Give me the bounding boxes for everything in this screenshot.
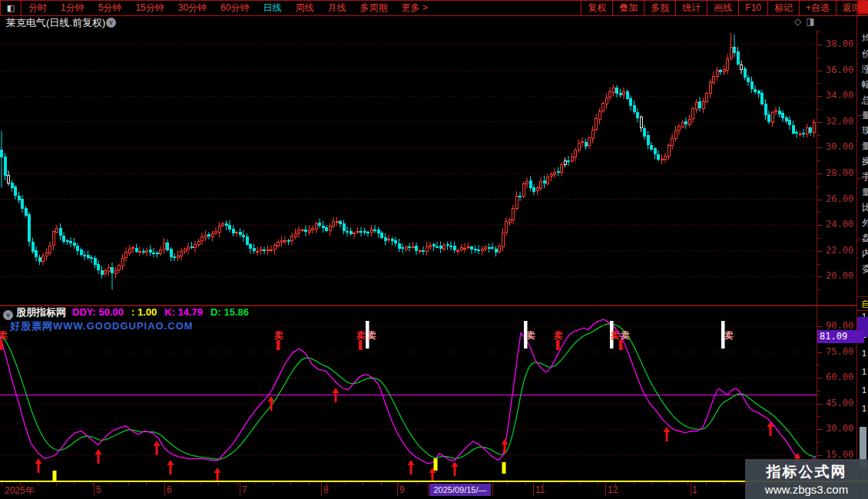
timeline-divider xyxy=(164,483,165,496)
timeline-minor-tick xyxy=(92,483,93,486)
timeline-month-label[interactable]: 8 xyxy=(323,484,329,495)
period-tab-60分钟[interactable]: 60分钟 xyxy=(214,1,256,15)
timeline-minor-tick xyxy=(670,483,671,486)
timeline-minor-tick xyxy=(290,483,291,486)
axis-tick-label: 30.00 xyxy=(826,141,853,152)
timeline-minor-tick xyxy=(381,483,382,486)
toolbar-button-叠加[interactable]: 叠加 xyxy=(612,1,644,15)
axis-minor-tick xyxy=(817,58,820,58)
timeline-axis[interactable]: 2025年56789111212025/09/15/— xyxy=(0,483,868,499)
axis-tick-label: 22.00 xyxy=(826,245,853,256)
period-tab-5分钟[interactable]: 5分钟 xyxy=(91,1,129,15)
timeline-month-label[interactable]: 6 xyxy=(167,484,172,495)
axis-tick xyxy=(817,200,822,200)
timeline-minor-tick xyxy=(200,483,201,486)
timeline-divider xyxy=(94,483,94,496)
timeline-month-label[interactable]: 7 xyxy=(242,484,247,495)
timeline-month-label[interactable]: 11 xyxy=(535,484,545,495)
toolbar-button-统计[interactable]: 统计 xyxy=(675,1,707,15)
strip-glyph: 均 xyxy=(862,32,868,45)
period-tab-15分钟[interactable]: 15分钟 xyxy=(128,1,171,15)
axis-tick xyxy=(817,122,822,123)
strip-digit: 1 xyxy=(862,404,866,413)
timeline-minor-tick xyxy=(254,483,255,486)
axis-tick-label: 38.00 xyxy=(826,38,853,49)
toolbar-button-多股[interactable]: 多股 xyxy=(644,1,675,15)
strip-glyph: 量 xyxy=(862,109,868,122)
timeline-month-label[interactable]: 1 xyxy=(692,484,697,495)
strip-glyph: 总 xyxy=(862,94,868,107)
timeline-year-label: 2025年 xyxy=(5,484,35,497)
timeline-minor-tick xyxy=(345,483,346,486)
strip-glyph: 盘 xyxy=(862,232,868,245)
strip-glyph: 比 xyxy=(862,201,868,214)
axis-tick xyxy=(817,45,822,45)
axis-tick xyxy=(817,276,822,277)
toolbar-button-+自选[interactable]: +自选 xyxy=(799,1,836,15)
strip-glyph: 价 xyxy=(862,48,868,61)
toolbar-button-复权[interactable]: 复权 xyxy=(581,1,612,15)
timeline-month-label[interactable]: 5 xyxy=(96,484,101,495)
period-tab-日线[interactable]: 日线 xyxy=(256,1,288,15)
strip-glyph: 内 xyxy=(862,247,868,260)
axis-tick xyxy=(817,96,822,97)
sell-signal-label: 卖 xyxy=(620,330,630,341)
toolbar-button-画线[interactable]: 画线 xyxy=(707,1,738,15)
toolbar-button-F10[interactable]: F10 xyxy=(738,1,767,15)
right-side-strip[interactable]: 均价涨幅总量现量换手量比外盘内委自111111 xyxy=(856,0,868,499)
candlestick-chart[interactable] xyxy=(0,30,817,305)
indicator-values: DDY: 50.00: 1.00K: 14.79D: 15.86 xyxy=(72,306,257,318)
timeline-divider xyxy=(240,483,240,496)
strip-digit: 1 xyxy=(862,385,866,395)
toolbar-actions: 复权叠加多股统计画线F10标记+自选返回 xyxy=(581,1,867,15)
toolbar-button-标记[interactable]: 标记 xyxy=(767,1,799,15)
axis-tick-label: 26.00 xyxy=(826,193,853,204)
period-tab-1分钟[interactable]: 1分钟 xyxy=(54,1,91,15)
period-tab-周线[interactable]: 周线 xyxy=(288,1,320,15)
sell-signal-label: 卖 xyxy=(724,330,734,341)
window-panel-icon[interactable]: ◧ xyxy=(1,1,22,15)
axis-tick xyxy=(817,251,822,252)
axis-tick xyxy=(817,225,822,226)
timeline-minor-tick xyxy=(742,483,743,486)
chevron-down-icon[interactable]: ∨ xyxy=(106,18,116,28)
axis-tick-label: 28.00 xyxy=(826,167,853,178)
axis-tick-label: 36.00 xyxy=(826,64,853,75)
timeline-minor-tick xyxy=(706,483,707,486)
title-bar: 莱克电气(日线.前复权)∨ ◇◨ xyxy=(0,15,856,29)
strip-glyph: 现 xyxy=(862,124,868,137)
period-tab-分时[interactable]: 分时 xyxy=(22,1,54,15)
half-panel-icon[interactable]: ◨ xyxy=(806,16,819,27)
chevron-down-icon[interactable]: ∨ xyxy=(3,310,13,320)
axis-minor-tick xyxy=(817,289,820,290)
strip-glyph: 涨 xyxy=(862,63,868,76)
axis-minor-tick xyxy=(817,31,820,32)
stock-title: 莱克电气(日线.前复权) xyxy=(6,16,105,30)
diamond-icon[interactable]: ◇ xyxy=(794,16,806,27)
strip-glyph: 手 xyxy=(862,170,868,183)
period-tab-30分钟[interactable]: 30分钟 xyxy=(171,1,214,15)
timeline-month-label[interactable]: 12 xyxy=(608,484,618,495)
period-tab-月线[interactable]: 月线 xyxy=(320,1,353,15)
indicator-chart[interactable]: 卖卖卖卖卖卖卖卖卖 xyxy=(0,306,856,482)
timeline-divider xyxy=(533,483,534,496)
axis-minor-tick xyxy=(817,187,820,187)
axis-minor-tick xyxy=(817,238,820,239)
indicator-name[interactable]: 股朋指标网 xyxy=(16,306,66,318)
timeline-minor-tick xyxy=(309,483,310,486)
timeline-divider xyxy=(428,483,429,496)
timeline-minor-tick xyxy=(687,483,688,486)
sell-signal-label: 卖 xyxy=(525,330,535,341)
period-tab-更多 >[interactable]: 更多 > xyxy=(394,1,434,15)
timeline-minor-tick xyxy=(562,483,562,486)
axis-tick xyxy=(817,71,822,71)
strip-glyph: 量 xyxy=(862,186,868,199)
indicator-value-token: K: 14.79 xyxy=(164,306,203,318)
indicator-header: ∨股朋指标网DDY: 50.00: 1.00K: 14.79D: 15.86 xyxy=(2,306,257,317)
sell-signal-label: 卖 xyxy=(366,330,376,341)
axis-tick xyxy=(817,147,822,148)
axis-minor-tick xyxy=(817,212,820,213)
period-tab-多周期[interactable]: 多周期 xyxy=(353,1,394,15)
timeline-selected-date[interactable]: 2025/09/15/— xyxy=(429,484,491,496)
timeline-month-label[interactable]: 9 xyxy=(399,484,405,495)
